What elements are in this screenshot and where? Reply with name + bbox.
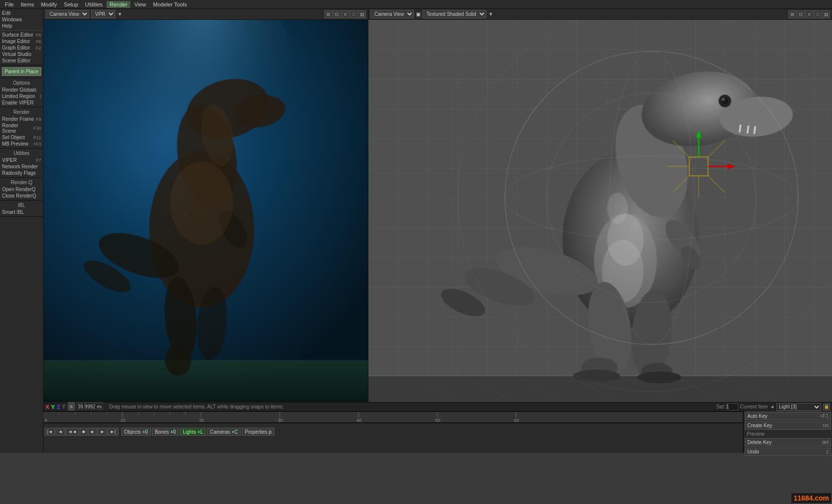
- vp-left-icon4[interactable]: □: [350, 10, 358, 18]
- sidebar-item-graph-editor[interactable]: Graph Editor F2: [0, 45, 43, 51]
- auto-key-button[interactable]: Auto Key +F1: [745, 412, 831, 420]
- viewport-right-arrow[interactable]: ▼: [488, 11, 493, 17]
- bones-button[interactable]: Bones +0: [152, 428, 179, 436]
- svg-point-13: [170, 161, 233, 245]
- menu-modeler-tools[interactable]: Modeler Tools: [150, 1, 190, 8]
- item-selector-area: Set Current Item ◄ Light [3] 🔒: [717, 403, 831, 411]
- sidebar-open-renderq[interactable]: Open RenderQ: [0, 186, 43, 193]
- vp-left-icon1[interactable]: ⊞: [324, 10, 332, 18]
- ibl-title: iBL: [0, 202, 43, 209]
- sidebar-item-edit[interactable]: Edit: [0, 10, 43, 16]
- render-title: Render: [0, 108, 43, 116]
- sidebar-radiosity-flags[interactable]: Radiosity Flags: [0, 170, 43, 176]
- stop-button[interactable]: ■: [80, 428, 87, 436]
- sidebar-limited-region[interactable]: Limited Region l: [0, 93, 43, 100]
- svg-point-18: [183, 211, 189, 216]
- viewport-left-icons: ⊞ ⊡ ≡ □ ▤: [324, 10, 366, 18]
- item-lock-button[interactable]: 🔒: [823, 403, 830, 410]
- current-item-label: Current Item: [740, 404, 768, 409]
- objects-button[interactable]: Objects +0: [121, 428, 151, 436]
- viewport-right-icons: ⊞ ⊡ ≡ □ ▤: [788, 10, 830, 18]
- sidebar-item-windows[interactable]: Windows: [0, 16, 43, 23]
- sidebar-mb-preview[interactable]: MB Preview +F3: [0, 141, 43, 147]
- next-frame-button[interactable]: ►: [98, 428, 107, 436]
- vp-left-icon5[interactable]: ▤: [358, 10, 366, 18]
- menu-modify[interactable]: Modify: [38, 1, 60, 8]
- sidebar-smart-ibl[interactable]: Smart IBL: [0, 209, 43, 215]
- scene-items-buttons: Objects +0 Bones +0 Lights +L Cameras +C: [121, 428, 275, 436]
- properties-button[interactable]: Properties p: [242, 428, 274, 436]
- go-end-button[interactable]: ►|: [107, 428, 118, 436]
- sidebar-item-virtual-studio[interactable]: Virtual Studio: [0, 51, 43, 57]
- go-start-button[interactable]: |◄: [45, 428, 55, 436]
- sidebar-section-render: Render Render Frame F9 Render Scene F10 …: [0, 107, 43, 149]
- vp-right-icon4[interactable]: □: [814, 10, 822, 18]
- viewport-left-camera-dropdown[interactable]: Camera View: [46, 10, 89, 18]
- sidebar-close-renderq[interactable]: Close RenderQ: [0, 193, 43, 199]
- svg-text:60: 60: [514, 418, 519, 423]
- svg-text:40: 40: [357, 418, 362, 423]
- sidebar-item-scene-editor[interactable]: Scene Editor: [0, 57, 43, 64]
- sidebar-network-render[interactable]: Network Render: [0, 163, 43, 170]
- viewport-right-camera-dropdown[interactable]: Camera View: [370, 10, 414, 18]
- lights-button[interactable]: Lights +L: [180, 428, 206, 436]
- set-label: Set: [717, 404, 724, 409]
- sidebar-item-help[interactable]: Help: [0, 23, 43, 29]
- sidebar-enable-viper[interactable]: Enable VIPER: [0, 100, 43, 106]
- timeline-ruler[interactable]: 0 10 20 30 40 50 60: [44, 412, 832, 423]
- sidebar-section-options: Options Render Globals Limited Region l …: [0, 78, 43, 107]
- vp-right-icon3[interactable]: ≡: [805, 10, 813, 18]
- play-reverse-button[interactable]: ◄◄: [65, 428, 79, 436]
- svg-point-16: [199, 205, 205, 211]
- vp-right-icon2[interactable]: ⊡: [797, 10, 805, 18]
- vp-right-icon5[interactable]: ▤: [822, 10, 830, 18]
- delete-key-button[interactable]: Delete Key del: [745, 438, 831, 447]
- viewport-left-canvas[interactable]: [44, 20, 368, 402]
- sidebar-render-globals[interactable]: Render Globals: [0, 87, 43, 93]
- renderq-title: Render-Q: [0, 179, 43, 186]
- viewport-left-arrow[interactable]: ▼: [117, 11, 122, 17]
- menu-utilities[interactable]: Utilities: [82, 1, 105, 8]
- current-item-dropdown[interactable]: Light [3]: [777, 403, 821, 411]
- sidebar-render-scene[interactable]: Render Scene F10: [0, 122, 43, 134]
- svg-point-10: [165, 345, 191, 376]
- sidebar-item-surface-editor[interactable]: Surface Editor F5: [0, 32, 43, 38]
- y-e-button[interactable]: E: [68, 403, 75, 410]
- viewport-area: Camera View VPR ▼ ⊞ ⊡ ≡ □ ▤: [44, 9, 832, 453]
- vp-right-icon1[interactable]: ⊞: [788, 10, 796, 18]
- menu-view[interactable]: View: [131, 1, 149, 8]
- y-coord-row: Y E: [62, 403, 103, 410]
- sidebar-viper[interactable]: VIPER F7: [0, 157, 43, 163]
- y-value-input[interactable]: [76, 403, 103, 410]
- create-key-button[interactable]: Create Key ret: [745, 421, 831, 430]
- y-label: Y: [62, 404, 67, 409]
- vp-left-icon2[interactable]: ⊡: [333, 10, 341, 18]
- menu-items[interactable]: Items: [18, 1, 37, 8]
- play-button[interactable]: ►: [88, 428, 97, 436]
- svg-text:0: 0: [45, 418, 47, 423]
- undo-button[interactable]: Undo z: [745, 448, 831, 456]
- menu-render[interactable]: Render: [106, 1, 130, 8]
- menu-setup[interactable]: Setup: [61, 1, 81, 8]
- prev-frame-button[interactable]: ◄: [55, 428, 65, 436]
- menu-file[interactable]: File: [2, 1, 17, 8]
- cameras-button[interactable]: Cameras +C: [207, 428, 241, 436]
- svg-line-67: [708, 176, 725, 193]
- vp-left-icon3[interactable]: ≡: [341, 10, 349, 18]
- viewport-right-canvas[interactable]: [368, 20, 832, 402]
- sidebar-sel-object[interactable]: Sel Object F11: [0, 134, 43, 141]
- viewport-right-header: Camera View ▣ Textured Shaded Solid ▼ ⊞ …: [368, 9, 832, 20]
- sidebar-section-utilities: Utilities VIPER F7 Network Render Radios…: [0, 149, 43, 178]
- timeline-area: 0 10 20 30 40 50 60: [44, 411, 832, 453]
- sidebar-render-frame[interactable]: Render Frame F9: [0, 116, 43, 122]
- sidebar-section-renderq: Render-Q Open RenderQ Close RenderQ: [0, 178, 43, 201]
- viewport-left-vpr-dropdown[interactable]: VPR: [91, 10, 115, 18]
- right-panel: Auto Key +F1 Create Key ret Preview Dele…: [743, 411, 832, 453]
- parent-in-place-button[interactable]: Parent in Place: [2, 67, 41, 76]
- svg-point-37: [722, 98, 725, 101]
- sidebar-item-image-editor[interactable]: Image Editor F6: [0, 38, 43, 45]
- viewports-row: Camera View VPR ▼ ⊞ ⊡ ≡ □ ▤: [44, 9, 832, 402]
- viewport-right-shading-dropdown[interactable]: Textured Shaded Solid: [422, 10, 486, 18]
- set-value-input[interactable]: [726, 403, 738, 410]
- sidebar-section-editors: Edit Windows Help Surface Editor F5 Imag…: [0, 9, 43, 65]
